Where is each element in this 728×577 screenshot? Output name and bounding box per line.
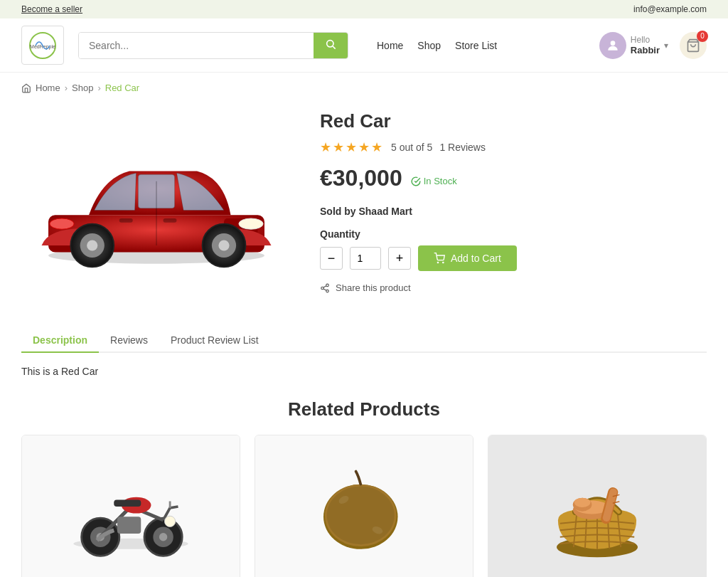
svg-point-43 — [165, 516, 176, 526]
star-rating: ★★★★★ — [320, 139, 384, 155]
breadcrumb: Home › Shop › Red Car — [0, 73, 728, 103]
product-price: €30,000 — [320, 165, 402, 191]
nav-shop[interactable]: Shop — [417, 40, 441, 51]
product-card-bread[interactable]: Bread €32.00 ☆☆☆☆☆ (0) — [488, 435, 707, 577]
svg-line-26 — [323, 288, 326, 290]
quantity-increase-button[interactable]: + — [388, 247, 411, 270]
related-products-title: Related Products — [21, 398, 707, 420]
svg-point-18 — [87, 240, 97, 250]
share-product[interactable]: Share this product — [320, 282, 707, 293]
related-products-section: Related Products — [0, 391, 728, 577]
tab-content-description: This is a Red Car — [21, 363, 707, 391]
breadcrumb-current: Red Car — [105, 83, 139, 93]
site-logo[interactable]: MedRepple — [21, 26, 64, 65]
cart-badge: 0 — [697, 31, 708, 42]
svg-rect-39 — [117, 517, 141, 534]
nav-home[interactable]: Home — [377, 40, 403, 51]
svg-point-4 — [610, 41, 615, 46]
svg-rect-19 — [164, 218, 177, 223]
search-button[interactable] — [314, 33, 348, 58]
quantity-input[interactable] — [350, 247, 381, 270]
quantity-label: Quantity — [320, 228, 707, 240]
home-icon — [21, 83, 31, 93]
product-image — [21, 110, 291, 275]
header: MedRepple Home Shop Store List Hello — [0, 18, 728, 73]
product-details: Red Car ★★★★★ 5 out of 5 1 Reviews €30,0… — [320, 110, 707, 293]
tab-description[interactable]: Description — [21, 329, 99, 353]
chevron-down-icon: ▾ — [664, 41, 668, 51]
related-products-grid: Bike Sticker €45.00 ☆☆☆☆☆ (0) — [21, 435, 707, 577]
share-icon — [320, 283, 330, 293]
product-tabs: Description Reviews Product Review List — [21, 329, 707, 353]
quantity-row: − + Add to Cart — [320, 245, 707, 271]
price-row: €30,000 In Stock — [320, 165, 707, 197]
become-seller-link[interactable]: Become a seller — [21, 4, 82, 14]
tabs-section: Description Reviews Product Review List … — [0, 314, 728, 391]
search-bar — [78, 32, 348, 59]
add-to-cart-button[interactable]: Add to Cart — [418, 245, 517, 271]
svg-point-11 — [50, 218, 74, 229]
main-nav: Home Shop Store List — [377, 40, 497, 51]
cart-icon — [434, 253, 445, 264]
contact-email: info@example.com — [633, 4, 707, 14]
product-title: Red Car — [320, 110, 707, 132]
header-right: Hello Rabbir ▾ 0 — [599, 32, 707, 59]
search-input[interactable] — [79, 33, 314, 58]
svg-rect-41 — [114, 500, 141, 507]
product-card-bike-sticker[interactable]: Bike Sticker €45.00 ☆☆☆☆☆ (0) — [21, 435, 240, 577]
product-card-fruits[interactable]: Fruits €400.00 ☆☆☆☆☆ (0) — [255, 435, 473, 577]
svg-line-3 — [333, 46, 336, 49]
tab-product-review-list[interactable]: Product Review List — [159, 329, 270, 353]
svg-point-2 — [327, 40, 333, 46]
svg-point-10 — [239, 218, 263, 229]
svg-point-25 — [326, 290, 329, 292]
svg-rect-20 — [119, 218, 133, 223]
product-card-image-fruits — [255, 435, 473, 577]
share-label: Share this product — [336, 282, 411, 293]
avatar — [599, 32, 626, 59]
svg-line-27 — [323, 285, 326, 287]
nav-store-list[interactable]: Store List — [455, 40, 497, 51]
svg-point-62 — [574, 498, 591, 507]
top-bar: Become a seller info@example.com — [0, 0, 728, 18]
svg-point-46 — [327, 487, 395, 545]
svg-point-23 — [326, 284, 329, 287]
user-menu[interactable]: Hello Rabbir ▾ — [599, 32, 668, 59]
breadcrumb-shop[interactable]: Shop — [72, 83, 93, 93]
svg-point-22 — [443, 262, 444, 263]
product-section: Red Car ★★★★★ 5 out of 5 1 Reviews €30,0… — [0, 103, 728, 314]
svg-point-15 — [218, 240, 229, 250]
sold-by: Sold by Shaad Mart — [320, 206, 707, 217]
stock-badge: In Stock — [411, 176, 457, 186]
tab-reviews[interactable]: Reviews — [99, 329, 159, 353]
quantity-decrease-button[interactable]: − — [320, 247, 343, 270]
breadcrumb-home[interactable]: Home — [36, 83, 60, 93]
svg-point-21 — [437, 262, 438, 263]
user-greeting: Hello Rabbir — [631, 35, 660, 55]
svg-point-24 — [321, 287, 324, 290]
product-card-image-bread — [488, 435, 706, 577]
rating-text: 5 out of 5 — [391, 142, 432, 153]
cart-button[interactable]: 0 — [680, 32, 707, 59]
rating-row: ★★★★★ 5 out of 5 1 Reviews — [320, 139, 707, 155]
svg-point-34 — [159, 533, 167, 541]
reviews-count: 1 Reviews — [439, 142, 486, 153]
product-card-image-bike — [22, 435, 240, 577]
